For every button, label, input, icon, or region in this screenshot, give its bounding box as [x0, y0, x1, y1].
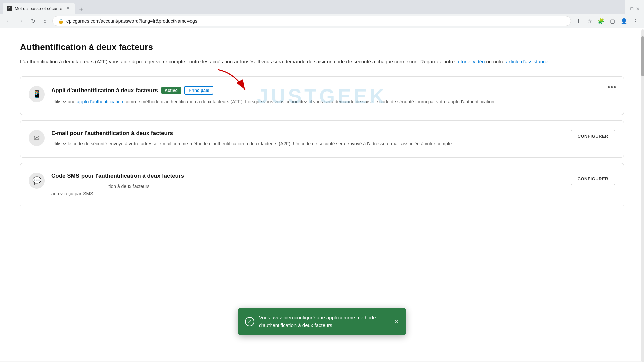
tab-title: Mot de passe et sécurité: [15, 6, 62, 11]
success-toast: ✓ Vous avez bien configuré une appli com…: [238, 308, 406, 335]
sms-2fa-content: Code SMS pour l'authentification à deux …: [51, 173, 564, 198]
browser-toolbar: ← → ↻ ⌂ 🔒 epicgames.com/account/password…: [0, 14, 644, 28]
email-2fa-title: E-mail pour l'authentification à deux fa…: [51, 130, 173, 137]
active-tab[interactable]: E Mot de passe et sécurité ✕: [3, 3, 75, 14]
active-badge: Activé: [161, 87, 181, 94]
back-button[interactable]: ←: [4, 16, 13, 26]
scrollbar-thumb[interactable]: [641, 36, 644, 76]
new-tab-button[interactable]: +: [76, 5, 86, 14]
lock-icon: 🔒: [58, 18, 64, 24]
sms-icon: 💬: [29, 173, 45, 189]
tab-favicon: E: [7, 6, 12, 11]
home-button[interactable]: ⌂: [40, 16, 50, 26]
email-icon: ✉: [29, 130, 45, 146]
menu-icon[interactable]: ⋮: [631, 16, 640, 26]
authenticator-app-header: Appli d'authentification à deux facteurs…: [51, 86, 615, 95]
share-icon[interactable]: ⬆: [574, 16, 583, 26]
window-controls: ─ □ ✕: [625, 6, 644, 14]
card-options-menu[interactable]: •••: [608, 83, 617, 91]
email-2fa-action: CONFIGURER: [571, 130, 615, 142]
browser-chrome: E Mot de passe et sécurité ✕ + ─ □ ✕ ← →…: [0, 0, 644, 28]
auth-app-link[interactable]: appli d'authentification: [77, 99, 123, 104]
tab-close-button[interactable]: ✕: [65, 5, 71, 11]
maximize-button[interactable]: □: [631, 6, 633, 11]
email-2fa-content: E-mail pour l'authentification à deux fa…: [51, 130, 564, 147]
address-bar[interactable]: 🔒 epicgames.com/account/password?lang=fr…: [52, 16, 571, 26]
toast-success-icon: ✓: [245, 317, 254, 326]
authenticator-app-title: Appli d'authentification à deux facteurs: [51, 87, 158, 94]
help-article-link[interactable]: article d'assistance: [506, 59, 548, 64]
email-2fa-desc: Utilisez le code de sécurité envoyé à vo…: [51, 140, 564, 147]
sms-2fa-action: CONFIGURER: [571, 173, 615, 185]
reload-button[interactable]: ↻: [28, 16, 38, 26]
minimize-button[interactable]: ─: [625, 6, 628, 11]
authenticator-app-content: Appli d'authentification à deux facteurs…: [51, 86, 615, 105]
email-2fa-configure-button[interactable]: CONFIGURER: [571, 130, 615, 142]
toast-close-button[interactable]: ✕: [394, 318, 399, 325]
authenticator-app-desc: Utilisez une appli d'authentification co…: [51, 98, 615, 105]
principale-badge: Principale: [184, 86, 213, 95]
annotation-arrow: [215, 70, 255, 93]
sms-2fa-header: Code SMS pour l'authentification à deux …: [51, 173, 564, 179]
split-view-icon[interactable]: ▢: [608, 16, 617, 26]
sms-2fa-card: 💬 Code SMS pour l'authentification à deu…: [20, 163, 624, 207]
extensions-icon[interactable]: 🧩: [596, 16, 606, 26]
url-text: epicgames.com/account/password?lang=fr&p…: [66, 18, 565, 24]
tab-bar: E Mot de passe et sécurité ✕ + ─ □ ✕: [0, 0, 644, 14]
video-tutorial-link[interactable]: tutoriel vidéo: [456, 59, 485, 64]
sms-2fa-desc: Utilisez le code de sécurité tion à deux…: [51, 183, 564, 198]
toast-message: Vous avez bien configuré une appli comme…: [259, 314, 389, 329]
profile-icon[interactable]: 👤: [619, 16, 629, 26]
email-2fa-header: E-mail pour l'authentification à deux fa…: [51, 130, 564, 137]
close-window-button[interactable]: ✕: [636, 6, 640, 11]
sms-2fa-title: Code SMS pour l'authentification à deux …: [51, 173, 184, 179]
email-2fa-card: ✉ E-mail pour l'authentification à deux …: [20, 120, 624, 157]
page-title: Authentification à deux facteurs: [20, 42, 624, 52]
authenticator-app-icon: 📱: [29, 86, 45, 102]
browser-toolbar-icons: ⬆ ☆ 🧩 ▢ 👤 ⋮: [574, 16, 640, 26]
authenticator-app-card: JUSTGEEK 📱 Appli d'authentification à de…: [20, 76, 624, 115]
forward-button[interactable]: →: [16, 16, 25, 26]
scrollbar[interactable]: [641, 29, 644, 361]
section-description: L'authentification à deux facteurs (A2F)…: [20, 58, 624, 66]
bookmark-icon[interactable]: ☆: [585, 16, 594, 26]
sms-2fa-configure-button[interactable]: CONFIGURER: [571, 173, 615, 185]
